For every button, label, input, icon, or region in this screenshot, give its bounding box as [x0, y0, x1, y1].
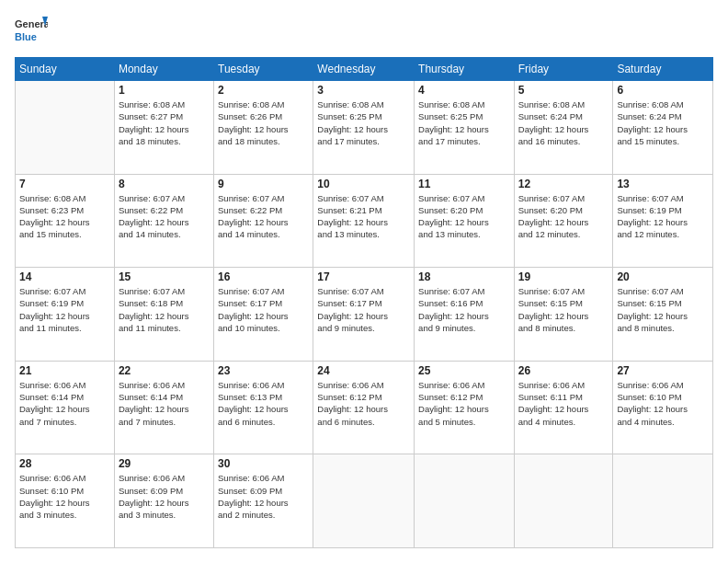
- day-number: 30: [218, 457, 309, 470]
- day-info: Sunrise: 6:08 AMSunset: 6:25 PMDaylight:…: [317, 98, 410, 147]
- day-info: Sunrise: 6:07 AMSunset: 6:18 PMDaylight:…: [119, 285, 210, 334]
- calendar-cell: 3Sunrise: 6:08 AMSunset: 6:25 PMDaylight…: [313, 81, 415, 175]
- day-number: 12: [518, 178, 609, 190]
- header: General Blue: [15, 15, 713, 48]
- day-info: Sunrise: 6:07 AMSunset: 6:22 PMDaylight:…: [119, 192, 210, 241]
- day-info: Sunrise: 6:06 AMSunset: 6:09 PMDaylight:…: [218, 472, 309, 521]
- day-info: Sunrise: 6:07 AMSunset: 6:19 PMDaylight:…: [617, 192, 709, 241]
- day-info: Sunrise: 6:07 AMSunset: 6:20 PMDaylight:…: [518, 192, 609, 241]
- day-info: Sunrise: 6:06 AMSunset: 6:14 PMDaylight:…: [119, 379, 210, 428]
- day-number: 2: [218, 84, 309, 97]
- calendar-cell: 27Sunrise: 6:06 AMSunset: 6:10 PMDayligh…: [613, 361, 713, 454]
- calendar-week-row: 21Sunrise: 6:06 AMSunset: 6:14 PMDayligh…: [16, 361, 713, 454]
- calendar-cell: 6Sunrise: 6:08 AMSunset: 6:24 PMDaylight…: [613, 81, 713, 175]
- logo: General Blue: [15, 15, 48, 48]
- day-number: 20: [617, 270, 709, 283]
- day-number: 3: [317, 84, 410, 97]
- svg-text:General: General: [15, 18, 48, 29]
- calendar-cell: [514, 454, 613, 548]
- day-info: Sunrise: 6:07 AMSunset: 6:17 PMDaylight:…: [317, 285, 410, 334]
- day-info: Sunrise: 6:07 AMSunset: 6:16 PMDaylight:…: [418, 285, 510, 334]
- calendar-cell: 15Sunrise: 6:07 AMSunset: 6:18 PMDayligh…: [114, 268, 213, 362]
- day-of-week-header: Thursday: [415, 58, 515, 81]
- calendar-cell: 11Sunrise: 6:07 AMSunset: 6:20 PMDayligh…: [415, 174, 515, 268]
- calendar-cell: [16, 81, 115, 175]
- day-info: Sunrise: 6:06 AMSunset: 6:14 PMDaylight:…: [19, 379, 110, 428]
- day-number: 13: [617, 178, 709, 190]
- calendar-cell: 28Sunrise: 6:06 AMSunset: 6:10 PMDayligh…: [16, 454, 115, 548]
- day-number: 10: [317, 178, 410, 190]
- calendar-cell: [313, 454, 415, 548]
- day-info: Sunrise: 6:06 AMSunset: 6:09 PMDaylight:…: [119, 472, 210, 521]
- calendar-cell: 1Sunrise: 6:08 AMSunset: 6:27 PMDaylight…: [114, 81, 213, 175]
- calendar-cell: 25Sunrise: 6:06 AMSunset: 6:12 PMDayligh…: [415, 361, 515, 454]
- day-info: Sunrise: 6:08 AMSunset: 6:27 PMDaylight:…: [119, 98, 210, 147]
- day-of-week-header: Wednesday: [313, 58, 415, 81]
- day-info: Sunrise: 6:07 AMSunset: 6:20 PMDaylight:…: [418, 192, 510, 241]
- day-number: 23: [218, 364, 309, 377]
- day-number: 11: [418, 178, 510, 190]
- day-number: 25: [418, 364, 510, 377]
- day-number: 8: [119, 178, 210, 190]
- day-info: Sunrise: 6:06 AMSunset: 6:10 PMDaylight:…: [19, 472, 110, 521]
- calendar-cell: 20Sunrise: 6:07 AMSunset: 6:15 PMDayligh…: [613, 268, 713, 362]
- day-number: 26: [518, 364, 609, 377]
- calendar-cell: 17Sunrise: 6:07 AMSunset: 6:17 PMDayligh…: [313, 268, 415, 362]
- calendar-cell: 12Sunrise: 6:07 AMSunset: 6:20 PMDayligh…: [514, 174, 613, 268]
- calendar-cell: 23Sunrise: 6:06 AMSunset: 6:13 PMDayligh…: [214, 361, 313, 454]
- day-number: 14: [19, 270, 110, 283]
- day-info: Sunrise: 6:07 AMSunset: 6:22 PMDaylight:…: [218, 192, 309, 241]
- day-number: 27: [617, 364, 709, 377]
- calendar-week-row: 14Sunrise: 6:07 AMSunset: 6:19 PMDayligh…: [16, 268, 713, 362]
- day-info: Sunrise: 6:07 AMSunset: 6:19 PMDaylight:…: [19, 285, 110, 334]
- calendar-week-row: 1Sunrise: 6:08 AMSunset: 6:27 PMDaylight…: [16, 81, 713, 175]
- calendar-table: SundayMondayTuesdayWednesdayThursdayFrid…: [15, 57, 713, 548]
- calendar-week-row: 28Sunrise: 6:06 AMSunset: 6:10 PMDayligh…: [16, 454, 713, 548]
- day-info: Sunrise: 6:07 AMSunset: 6:15 PMDaylight:…: [617, 285, 709, 334]
- calendar-cell: 2Sunrise: 6:08 AMSunset: 6:26 PMDaylight…: [214, 81, 313, 175]
- day-number: 5: [518, 84, 609, 97]
- day-number: 24: [317, 364, 410, 377]
- day-number: 16: [218, 270, 309, 283]
- day-info: Sunrise: 6:07 AMSunset: 6:15 PMDaylight:…: [518, 285, 609, 334]
- day-number: 7: [19, 178, 110, 190]
- day-info: Sunrise: 6:08 AMSunset: 6:24 PMDaylight:…: [617, 98, 709, 147]
- day-info: Sunrise: 6:06 AMSunset: 6:12 PMDaylight:…: [317, 379, 410, 428]
- day-number: 6: [617, 84, 709, 97]
- day-info: Sunrise: 6:08 AMSunset: 6:24 PMDaylight:…: [518, 98, 609, 147]
- day-of-week-header: Tuesday: [214, 58, 313, 81]
- calendar-cell: 14Sunrise: 6:07 AMSunset: 6:19 PMDayligh…: [16, 268, 115, 362]
- day-info: Sunrise: 6:06 AMSunset: 6:13 PMDaylight:…: [218, 379, 309, 428]
- day-info: Sunrise: 6:08 AMSunset: 6:26 PMDaylight:…: [218, 98, 309, 147]
- day-info: Sunrise: 6:08 AMSunset: 6:25 PMDaylight:…: [418, 98, 510, 147]
- calendar-cell: 10Sunrise: 6:07 AMSunset: 6:21 PMDayligh…: [313, 174, 415, 268]
- day-info: Sunrise: 6:07 AMSunset: 6:17 PMDaylight:…: [218, 285, 309, 334]
- day-info: Sunrise: 6:06 AMSunset: 6:11 PMDaylight:…: [518, 379, 609, 428]
- calendar-cell: 29Sunrise: 6:06 AMSunset: 6:09 PMDayligh…: [114, 454, 213, 548]
- logo-graphic: General Blue: [15, 15, 48, 48]
- calendar-cell: 4Sunrise: 6:08 AMSunset: 6:25 PMDaylight…: [415, 81, 515, 175]
- day-of-week-header: Monday: [114, 58, 213, 81]
- calendar-cell: 13Sunrise: 6:07 AMSunset: 6:19 PMDayligh…: [613, 174, 713, 268]
- day-of-week-header: Saturday: [613, 58, 713, 81]
- svg-text:Blue: Blue: [15, 31, 37, 42]
- day-number: 1: [119, 84, 210, 97]
- day-number: 18: [418, 270, 510, 283]
- day-of-week-header: Sunday: [16, 58, 115, 81]
- calendar-cell: 26Sunrise: 6:06 AMSunset: 6:11 PMDayligh…: [514, 361, 613, 454]
- day-number: 9: [218, 178, 309, 190]
- day-number: 21: [19, 364, 110, 377]
- calendar-cell: 19Sunrise: 6:07 AMSunset: 6:15 PMDayligh…: [514, 268, 613, 362]
- day-number: 15: [119, 270, 210, 283]
- day-of-week-header: Friday: [514, 58, 613, 81]
- calendar-cell: 7Sunrise: 6:08 AMSunset: 6:23 PMDaylight…: [16, 174, 115, 268]
- calendar-cell: 30Sunrise: 6:06 AMSunset: 6:09 PMDayligh…: [214, 454, 313, 548]
- calendar-cell: 9Sunrise: 6:07 AMSunset: 6:22 PMDaylight…: [214, 174, 313, 268]
- calendar-cell: 21Sunrise: 6:06 AMSunset: 6:14 PMDayligh…: [16, 361, 115, 454]
- calendar-cell: 24Sunrise: 6:06 AMSunset: 6:12 PMDayligh…: [313, 361, 415, 454]
- day-number: 4: [418, 84, 510, 97]
- calendar-week-row: 7Sunrise: 6:08 AMSunset: 6:23 PMDaylight…: [16, 174, 713, 268]
- calendar-cell: 8Sunrise: 6:07 AMSunset: 6:22 PMDaylight…: [114, 174, 213, 268]
- day-number: 22: [119, 364, 210, 377]
- day-info: Sunrise: 6:06 AMSunset: 6:12 PMDaylight:…: [418, 379, 510, 428]
